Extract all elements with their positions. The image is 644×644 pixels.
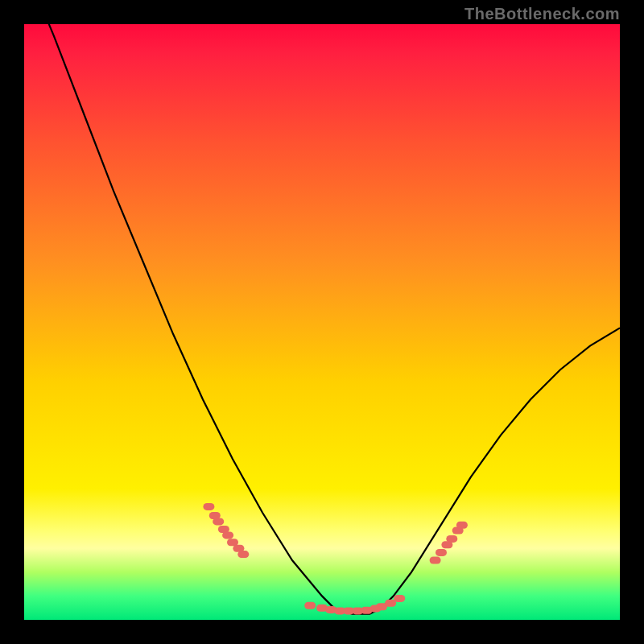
marker-dot <box>456 522 468 529</box>
marker-dot <box>203 503 214 510</box>
marker-dot <box>304 602 316 609</box>
marker-dot <box>446 535 457 543</box>
marker-dot <box>436 549 447 556</box>
marker-dot <box>430 557 441 564</box>
curve-line <box>24 0 620 614</box>
marker-dot <box>222 531 233 539</box>
marker-dot <box>213 518 224 525</box>
marker-dot <box>237 551 249 558</box>
bottleneck-curve <box>24 0 620 614</box>
marker-dot <box>385 600 396 607</box>
marker-points <box>203 503 468 615</box>
chart-overlay <box>24 24 620 620</box>
watermark-text: TheBottleneck.com <box>464 5 620 23</box>
marker-dot <box>394 595 405 602</box>
